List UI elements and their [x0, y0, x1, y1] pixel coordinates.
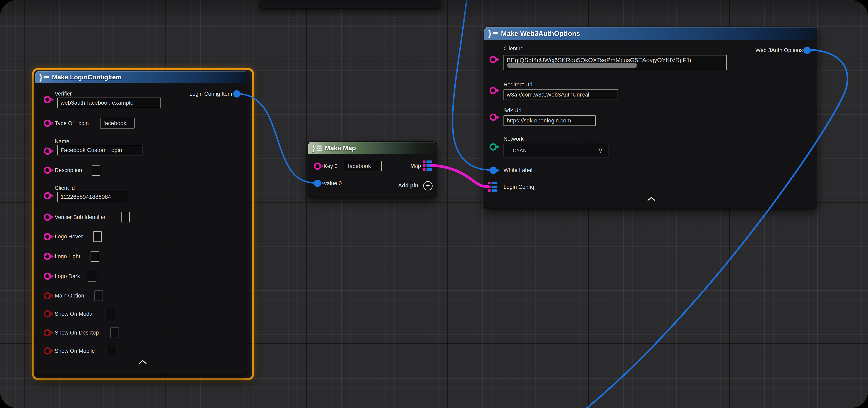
- pin-client-id[interactable]: [44, 192, 51, 199]
- network-value: CYAN: [513, 148, 527, 154]
- pin-verifier[interactable]: [44, 96, 51, 103]
- output-pin-label: Web 3Auth Options: [755, 47, 803, 54]
- pin-label: Login Config: [503, 183, 534, 191]
- add-pin-label[interactable]: Add pin: [398, 182, 418, 189]
- node-header[interactable]: } Make LoginConfigItem: [35, 71, 248, 83]
- pin-network[interactable]: [490, 143, 497, 150]
- client-id-input[interactable]: 1222658941886084: [57, 192, 127, 202]
- pin-show-on-mobile[interactable]: [44, 347, 51, 354]
- pin-label: Logo Dark: [55, 273, 80, 280]
- pin-label: Network: [503, 135, 524, 142]
- make-struct-icon: }: [488, 29, 498, 37]
- node-make-loginconfigitem[interactable]: } Make LoginConfigItem Verifier web3auth…: [35, 71, 248, 374]
- pin-label: Description: [55, 167, 82, 174]
- pin-key-0[interactable]: [314, 163, 321, 170]
- pin-name[interactable]: [44, 147, 51, 155]
- pin-logo-hover[interactable]: [44, 233, 51, 240]
- make-struct-icon: }: [39, 73, 49, 81]
- pin-type-of-login[interactable]: [44, 120, 51, 127]
- pin-label: Key 0: [323, 163, 338, 170]
- pin-label: Sdk Url: [503, 107, 522, 114]
- show-on-mobile-checkbox[interactable]: [106, 346, 115, 356]
- key-0-input[interactable]: facebook: [345, 161, 382, 171]
- pin-sdk-url[interactable]: [490, 113, 497, 121]
- sdk-url-input[interactable]: https://sdk.openlogin.com: [503, 115, 596, 126]
- client-id-input[interactable]: BEglQSgt4cUWcj6SKRdu5QkOXTsePmMcusG5EAoy…: [503, 55, 727, 70]
- node-title: Make LoginConfigItem: [52, 73, 122, 81]
- show-on-modal-checkbox[interactable]: [105, 309, 114, 319]
- node-title: Make Web3AuthOptions: [501, 30, 580, 37]
- pin-label: Show On Desktop: [55, 329, 99, 336]
- pin-label: Redirect Url: [503, 81, 532, 88]
- text-scrollbar[interactable]: [507, 63, 637, 68]
- logo-light-input[interactable]: [91, 251, 99, 262]
- pin-show-on-modal[interactable]: [44, 310, 51, 317]
- pin-label: Main Option: [55, 292, 84, 299]
- client-id-text: BEglQSgt4cUWcj6SKRdu5QkOXTsePmMcusG5EAoy…: [507, 57, 691, 64]
- pin-label: Show On Modal: [55, 310, 94, 317]
- pin-label: Logo Light: [55, 253, 80, 260]
- pin-label: White Label: [503, 167, 532, 174]
- collapse-node-icon[interactable]: [646, 196, 656, 202]
- pin-label: Verifier Sub Identifier: [55, 214, 105, 220]
- type-of-login-input[interactable]: facebook: [100, 118, 134, 129]
- description-input[interactable]: [92, 165, 100, 176]
- node-header[interactable]: } Make Web3AuthOptions: [484, 27, 817, 40]
- pin-label: Show On Mobile: [55, 347, 95, 354]
- name-input[interactable]: Facebook Custom Login: [57, 145, 143, 156]
- pin-client-id[interactable]: [490, 56, 497, 63]
- verifier-sub-identifier-input[interactable]: [121, 212, 130, 223]
- output-pin-label: Login Config Item: [189, 91, 232, 97]
- pin-redirect-url[interactable]: [490, 87, 497, 94]
- logo-hover-input[interactable]: [93, 231, 102, 242]
- node-header[interactable]: } Make Map: [308, 142, 437, 155]
- node-make-web3authoptions[interactable]: } Make Web3AuthOptions Client Id BEglQSg…: [484, 27, 817, 208]
- network-dropdown[interactable]: CYAN ∨: [503, 144, 609, 158]
- pin-main-option[interactable]: [44, 292, 51, 299]
- pin-label: Value 0: [323, 180, 342, 187]
- output-pin-label: Map: [410, 162, 421, 169]
- pin-label: Name: [55, 138, 69, 145]
- node-make-map[interactable]: } Make Map Key 0 facebook Map Value 0 Ad…: [308, 141, 437, 197]
- collapse-node-icon[interactable]: [137, 359, 148, 365]
- pin-label: Type Of Login: [55, 120, 89, 127]
- logo-dark-input[interactable]: [88, 271, 96, 281]
- offscreen-node-bottom[interactable]: [259, 0, 441, 8]
- redirect-url-input[interactable]: w3a://com.w3a.Web3AuthUnreal: [503, 90, 618, 100]
- pin-verifier-sub-identifier[interactable]: [44, 213, 51, 221]
- pin-logo-light[interactable]: [44, 253, 51, 260]
- add-pin-icon[interactable]: +: [423, 181, 433, 191]
- node-title: Make Map: [325, 144, 356, 152]
- chevron-down-icon: ∨: [598, 147, 603, 154]
- pin-description[interactable]: [44, 167, 51, 174]
- make-map-icon: }: [312, 144, 322, 152]
- pin-show-on-desktop[interactable]: [44, 329, 51, 336]
- pin-label: Client Id: [503, 45, 524, 52]
- pin-label: Logo Hover: [55, 233, 83, 240]
- pin-label: Client Id: [55, 184, 75, 192]
- verifier-input[interactable]: web3auth-facebook-example: [57, 98, 161, 108]
- show-on-desktop-checkbox[interactable]: [111, 328, 119, 338]
- graph-canvas[interactable]: } Make LoginConfigItem Verifier web3auth…: [0, 0, 868, 408]
- main-option-checkbox[interactable]: [94, 291, 103, 301]
- pin-label: Verifier: [55, 90, 72, 97]
- pin-logo-dark[interactable]: [44, 273, 51, 280]
